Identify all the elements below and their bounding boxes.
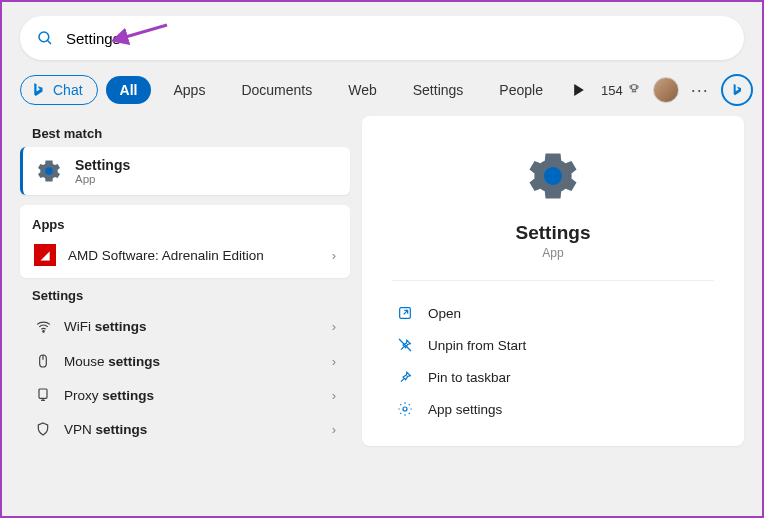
amd-icon: ◢ [34,244,56,266]
chevron-right-icon: › [332,354,336,369]
chevron-right-icon: › [332,422,336,437]
gear-icon [396,401,414,417]
best-match-title: Settings [75,157,130,173]
annotation-arrow [112,20,172,50]
settings-row-label: Mouse settings [64,354,160,369]
filter-people[interactable]: People [485,76,557,104]
settings-row-label: WiFi settings [64,319,147,334]
unpin-icon [396,337,414,353]
action-open[interactable]: Open [392,297,714,329]
wifi-icon [34,318,52,335]
chevron-right-icon: › [332,248,336,263]
settings-row-label: VPN settings [64,422,147,437]
action-label: Open [428,306,461,321]
action-label: Pin to taskbar [428,370,511,385]
svg-point-5 [42,331,43,332]
trophy-icon [627,83,641,97]
filter-documents[interactable]: Documents [227,76,326,104]
svg-line-1 [48,41,51,44]
filter-settings[interactable]: Settings [399,76,478,104]
rewards-points[interactable]: 154 [601,83,641,98]
gear-icon [523,146,583,206]
action-label: App settings [428,402,502,417]
preview-title: Settings [516,222,591,244]
apps-header: Apps [20,209,350,236]
action-pin-taskbar[interactable]: Pin to taskbar [392,361,714,393]
shield-icon [34,421,52,437]
filter-web[interactable]: Web [334,76,391,104]
filter-bar: Chat All Apps Documents Web Settings Peo… [2,60,762,116]
action-app-settings[interactable]: App settings [392,393,714,425]
points-value: 154 [601,83,623,98]
svg-point-4 [45,167,52,174]
settings-row-wifi[interactable]: WiFi settings › [20,309,350,344]
best-match-header: Best match [20,116,350,147]
chevron-right-icon: › [332,388,336,403]
svg-point-11 [544,167,562,185]
gear-icon [35,157,63,185]
settings-header: Settings [20,278,350,309]
filter-chat-label: Chat [53,82,83,98]
svg-point-14 [403,407,407,411]
svg-rect-8 [39,389,47,398]
action-unpin-start[interactable]: Unpin from Start [392,329,714,361]
settings-row-mouse[interactable]: Mouse settings › [20,344,350,378]
bing-button[interactable] [721,74,753,106]
mouse-icon [34,353,52,369]
svg-line-2 [122,25,167,38]
svg-point-0 [39,32,49,42]
filter-apps[interactable]: Apps [159,76,219,104]
app-row[interactable]: ◢ AMD Software: Adrenalin Edition › [20,236,350,274]
open-icon [396,305,414,321]
filter-more-play[interactable] [565,80,593,100]
chevron-right-icon: › [332,319,336,334]
user-avatar[interactable] [653,77,679,103]
results-column: Best match Settings App Apps ◢ AMD Softw… [20,116,350,446]
filter-chat[interactable]: Chat [20,75,98,105]
app-name: AMD Software: Adrenalin Edition [68,248,264,263]
bing-icon [29,81,47,99]
divider [392,280,714,281]
svg-rect-3 [631,85,636,90]
best-match-subtitle: App [75,173,130,185]
search-icon [36,29,54,47]
best-match-item[interactable]: Settings App [20,147,350,195]
proxy-icon [34,387,52,403]
preview-panel: Settings App Open Unpin from Start Pin t… [362,116,744,446]
settings-row-vpn[interactable]: VPN settings › [20,412,350,446]
preview-subtitle: App [542,246,563,260]
apps-group: Apps ◢ AMD Software: Adrenalin Edition › [20,205,350,278]
action-label: Unpin from Start [428,338,526,353]
more-menu[interactable]: ··· [691,80,709,101]
settings-row-proxy[interactable]: Proxy settings › [20,378,350,412]
pin-icon [396,369,414,385]
filter-all[interactable]: All [106,76,152,104]
settings-row-label: Proxy settings [64,388,154,403]
